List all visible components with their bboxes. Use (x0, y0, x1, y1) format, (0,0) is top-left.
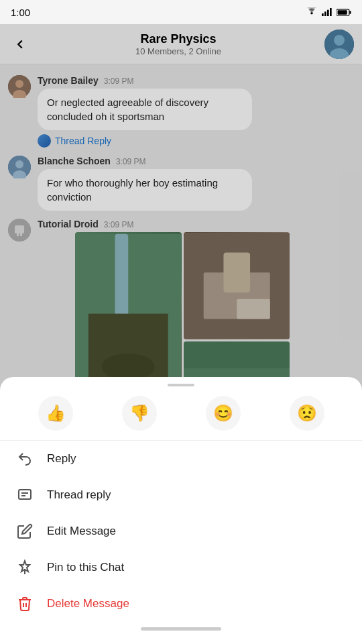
status-time: 1:00 (11, 7, 30, 18)
svg-rect-5 (349, 11, 351, 14)
edit-message-label: Edit Message (47, 525, 116, 538)
svg-rect-30 (19, 490, 31, 499)
svg-rect-3 (330, 8, 332, 16)
svg-rect-2 (327, 10, 329, 16)
reply-item[interactable]: Reply (0, 441, 362, 477)
sad-button[interactable]: 😟 (290, 396, 324, 431)
reply-icon (16, 450, 34, 468)
home-indicator (141, 627, 221, 631)
backdrop-overlay (0, 0, 362, 402)
svg-rect-1 (324, 11, 326, 16)
svg-rect-0 (322, 13, 324, 16)
thread-reply-item[interactable]: Thread reply (0, 477, 362, 513)
pin-icon (16, 559, 34, 576)
reply-label: Reply (47, 452, 76, 466)
battery-icon (337, 8, 351, 17)
wifi-icon (306, 7, 318, 17)
edit-icon (16, 523, 34, 540)
pin-chat-item[interactable]: Pin to this Chat (0, 549, 362, 586)
thumbs-down-button[interactable]: 👎 (122, 396, 157, 431)
thread-reply-icon (16, 486, 34, 504)
thumbs-up-button[interactable]: 👍 (38, 396, 73, 431)
edit-message-item[interactable]: Edit Message (0, 513, 362, 549)
reaction-row: 👍 👎 😊 😟 (0, 389, 362, 441)
svg-rect-6 (338, 10, 347, 14)
status-bar: 1:00 (0, 0, 362, 24)
thread-reply-label: Thread reply (47, 488, 111, 502)
delete-icon (16, 595, 34, 612)
delete-message-label: Delete Message (47, 597, 129, 610)
delete-message-item[interactable]: Delete Message (0, 586, 362, 622)
smile-button[interactable]: 😊 (206, 396, 241, 431)
signal-icon (322, 7, 333, 17)
status-icons (306, 7, 351, 17)
bottom-sheet: 👍 👎 😊 😟 Reply Thread reply (0, 377, 362, 644)
pin-label: Pin to this Chat (47, 561, 124, 574)
sheet-handle (168, 384, 194, 386)
